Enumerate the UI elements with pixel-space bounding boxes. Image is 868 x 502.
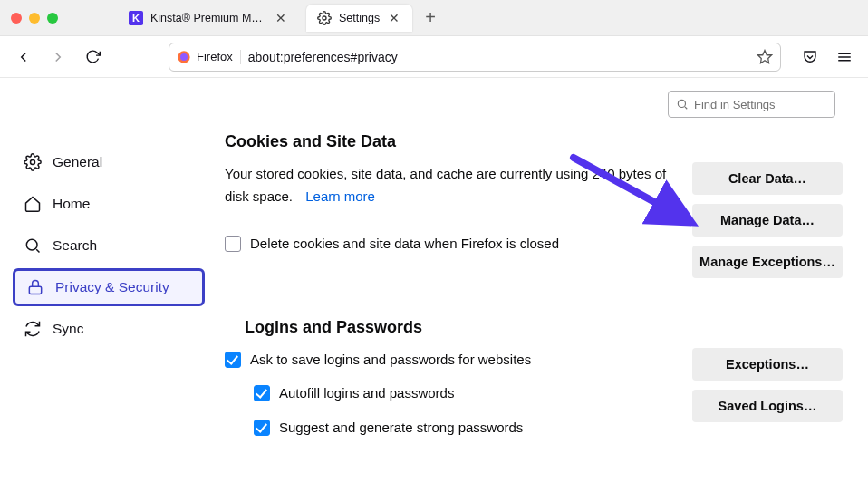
forward-button[interactable] (45, 44, 71, 70)
sidebar-item-label: Search (53, 237, 97, 254)
tab-kinsta[interactable]: K Kinsta® Premium Managed Wor… ✕ (118, 5, 299, 32)
settings-sidebar: General Home Search Privacy & Security S… (0, 123, 217, 502)
autofill-label: Autofill logins and passwords (279, 381, 454, 405)
svg-point-9 (678, 100, 685, 107)
learn-more-link[interactable]: Learn more (305, 188, 375, 204)
sidebar-item-general[interactable]: General (13, 143, 205, 181)
gear-icon (317, 11, 332, 25)
url-identity-label: Firefox (197, 50, 233, 63)
settings-content: Cookies and Site Data Your stored cookie… (217, 123, 868, 502)
manage-exceptions-button[interactable]: Manage Exceptions… (692, 246, 843, 278)
svg-point-4 (180, 53, 188, 61)
firefox-icon (177, 50, 191, 64)
lock-icon (26, 278, 44, 296)
sidebar-item-privacy[interactable]: Privacy & Security (13, 268, 205, 306)
bookmark-star-icon[interactable] (757, 49, 773, 65)
sidebar-item-home[interactable]: Home (13, 185, 205, 223)
settings-page: Find in Settings General Home Search (0, 78, 868, 502)
search-placeholder: Find in Settings (694, 98, 776, 111)
gear-icon (24, 153, 42, 171)
svg-point-2 (323, 16, 326, 20)
logins-section-title: Logins and Passwords (245, 318, 843, 337)
address-bar[interactable]: Firefox about:preferences#privacy (169, 43, 781, 72)
logins-exceptions-button[interactable]: Exceptions… (692, 348, 843, 381)
maximize-window-button[interactable] (47, 13, 58, 24)
minimize-window-button[interactable] (29, 13, 40, 24)
sidebar-item-label: General (53, 154, 102, 170)
tab-strip: K Kinsta® Premium Managed Wor… ✕ Setting… (118, 0, 441, 35)
suggest-checkbox[interactable] (254, 420, 270, 436)
sidebar-item-sync[interactable]: Sync (13, 310, 205, 348)
tab-label: Settings (339, 12, 380, 24)
menu-button[interactable] (832, 44, 857, 70)
navigation-toolbar: Firefox about:preferences#privacy (0, 36, 868, 78)
suggest-label: Suggest and generate strong passwords (279, 416, 523, 439)
autofill-checkbox[interactable] (254, 385, 270, 401)
delete-on-close-checkbox[interactable] (225, 236, 241, 252)
manage-data-button[interactable]: Manage Data… (692, 204, 843, 237)
close-tab-icon[interactable]: ✕ (274, 11, 288, 25)
settings-search-wrap: Find in Settings (0, 78, 868, 123)
ask-save-checkbox[interactable] (225, 352, 241, 368)
sync-icon (24, 320, 42, 338)
search-icon (24, 237, 42, 255)
cookies-usage-text: Your stored cookies, site data, and cach… (225, 166, 666, 205)
clear-data-button[interactable]: Clear Data… (692, 162, 843, 195)
cookies-section-title: Cookies and Site Data (225, 132, 843, 151)
svg-line-10 (685, 107, 687, 109)
settings-search-input[interactable]: Find in Settings (668, 91, 835, 118)
search-icon (676, 98, 689, 111)
url-identity-box[interactable]: Firefox (177, 50, 241, 64)
svg-rect-14 (29, 286, 41, 294)
sidebar-item-search[interactable]: Search (13, 227, 205, 265)
sidebar-item-label: Home (53, 196, 90, 212)
sidebar-item-label: Sync (53, 321, 83, 337)
url-text[interactable]: about:preferences#privacy (248, 50, 757, 64)
svg-line-13 (36, 249, 39, 252)
pocket-button[interactable] (797, 44, 823, 70)
tab-settings[interactable]: Settings ✕ (306, 5, 412, 32)
close-tab-icon[interactable]: ✕ (387, 11, 401, 25)
svg-text:K: K (132, 13, 140, 24)
saved-logins-button[interactable]: Saved Logins… (692, 390, 843, 422)
refresh-button[interactable] (80, 44, 105, 70)
new-tab-button[interactable]: + (420, 7, 441, 28)
back-button[interactable] (11, 44, 36, 70)
tab-label: Kinsta® Premium Managed Wor… (150, 12, 266, 24)
svg-marker-5 (758, 50, 772, 63)
ask-save-label: Ask to save logins and passwords for web… (250, 348, 531, 372)
sidebar-item-label: Privacy & Security (55, 279, 169, 295)
delete-on-close-label: Delete cookies and site data when Firefo… (250, 232, 559, 256)
close-window-button[interactable] (11, 13, 22, 24)
window-titlebar: K Kinsta® Premium Managed Wor… ✕ Setting… (0, 0, 868, 36)
home-icon (24, 195, 42, 213)
cookies-section: Cookies and Site Data Your stored cookie… (225, 132, 843, 278)
svg-point-11 (31, 159, 35, 164)
kinsta-favicon: K (129, 11, 143, 25)
svg-point-12 (26, 239, 37, 250)
logins-section: Logins and Passwords Ask to save logins … (225, 318, 843, 439)
window-controls (11, 13, 58, 24)
